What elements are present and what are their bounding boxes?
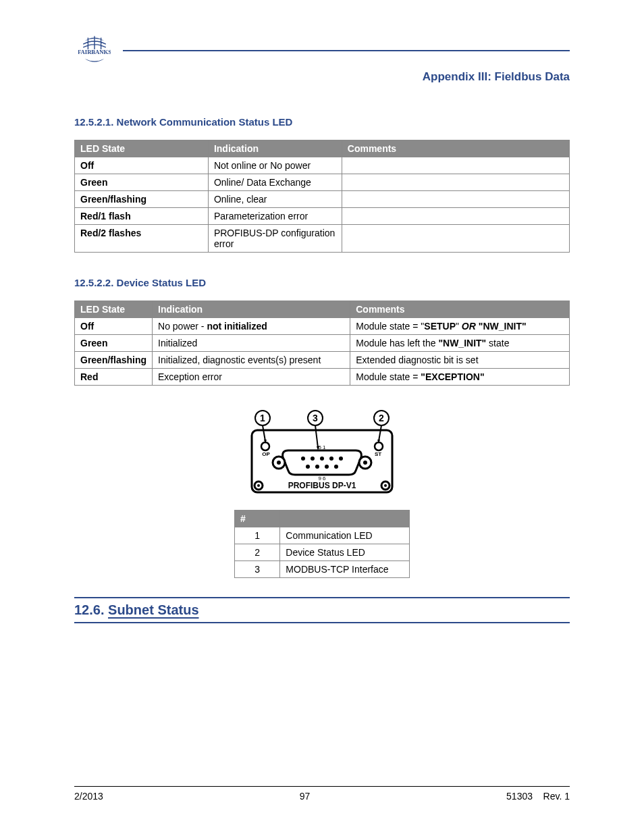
page-footer: 2/2013 97 51303 Rev. 1 — [74, 786, 570, 802]
cell-comm-or: OR — [462, 321, 476, 332]
cell-comm-pre: Module state = " — [356, 321, 424, 332]
cell-indication: PROFIBUS-DP configuration error — [208, 225, 342, 253]
section-heading-dev-led: 12.5.2.2. Device Status LED — [74, 277, 570, 288]
cell-comm-pre: Module has left the — [356, 338, 438, 348]
cell-comm-mid: " — [456, 321, 462, 332]
svg-point-20 — [325, 465, 329, 469]
cell-comments: Module has left the "NW_INIT" state — [350, 335, 570, 352]
cell-comments — [342, 225, 569, 253]
footer-rev: Rev. 1 — [543, 791, 570, 802]
fairbanks-logo: FAIRBANKS — [74, 34, 115, 68]
table-row: Red Exception error Module state = "EXCE… — [75, 369, 570, 386]
cell-desc: MODBUS-TCP Interface — [280, 561, 410, 578]
cell-num: 3 — [235, 561, 280, 578]
cell-num: 1 — [235, 527, 280, 544]
logo-icon: FAIRBANKS — [78, 34, 111, 67]
svg-point-13 — [301, 457, 305, 461]
diag-label-st: ST — [375, 451, 381, 457]
section-number: 12.6. — [74, 602, 108, 617]
cell-indication: No power - not initialized — [153, 318, 350, 335]
cell-comm-post: "NW_INIT" — [479, 321, 527, 332]
diag-callout-1: 1 — [260, 413, 265, 423]
svg-point-4 — [277, 461, 281, 465]
cell-comments: Module state = "SETUP" OR "NW_INIT" — [350, 318, 570, 335]
cell-comm-bold: "EXCEPTION" — [421, 371, 484, 382]
cell-comments — [342, 157, 569, 174]
table-row: Off No power - not initialized Module st… — [75, 318, 570, 335]
cell-desc: Communication LED — [280, 527, 410, 544]
svg-point-15 — [320, 457, 324, 461]
footer-page-number: 97 — [300, 791, 311, 802]
col-indication: Indication — [208, 140, 342, 157]
svg-text:FAIRBANKS: FAIRBANKS — [78, 49, 111, 55]
svg-point-16 — [329, 457, 333, 461]
profibus-connector-diagram: OP ST 5 1 9 6 PROFIBUS DP-V1 1 2 3 — [248, 410, 396, 498]
table-row: Green Initialized Module has left the "N… — [75, 335, 570, 352]
cell-comm-pre: Module state = — [356, 371, 421, 382]
diag-title: PROFIBUS DP-V1 — [288, 481, 356, 490]
cell-state: Red/1 flash — [75, 208, 209, 225]
cell-ind-pre: No power - — [158, 321, 204, 332]
section-divider — [74, 597, 570, 598]
cell-comments: Extended diagnostic bit is set — [350, 352, 570, 369]
col-indication: Indication — [153, 301, 350, 318]
table-header-row: LED State Indication Comments — [75, 301, 570, 318]
svg-point-21 — [334, 465, 338, 469]
svg-point-14 — [311, 457, 315, 461]
table-row: Off Not online or No power — [75, 157, 570, 174]
table-row: Red/2 flashes PROFIBUS-DP configuration … — [75, 225, 570, 253]
table-row: 3 MODBUS-TCP Interface — [235, 561, 410, 578]
col-desc — [280, 511, 410, 527]
section-heading-net-led: 12.5.2.1. Network Communication Status L… — [74, 116, 570, 128]
cell-comments: Module state = "EXCEPTION" — [350, 369, 570, 386]
cell-state: Green — [75, 174, 209, 191]
cell-indication: Online, clear — [208, 191, 342, 208]
table-net-led: LED State Indication Comments Off Not on… — [74, 140, 570, 253]
cell-indication: Initialized — [153, 335, 350, 352]
svg-point-6 — [363, 461, 367, 465]
svg-point-10 — [384, 484, 387, 487]
section-divider — [74, 622, 570, 623]
table-diagram-legend: # 1 Communication LED 2 Device Status LE… — [234, 510, 410, 578]
diag-top-dots: 5 1 — [318, 444, 326, 450]
cell-comments — [342, 174, 569, 191]
cell-desc: Device Status LED — [280, 544, 410, 561]
footer-date: 2/2013 — [74, 791, 103, 802]
svg-point-17 — [339, 457, 343, 461]
cell-state: Red — [75, 369, 153, 386]
cell-indication: Initialized, diagnostic events(s) presen… — [153, 352, 350, 369]
cell-comm-bold: SETUP — [424, 321, 456, 332]
table-header-row: LED State Indication Comments — [75, 140, 570, 157]
section-title-text: Subnet Status — [108, 602, 198, 617]
section-title-subnet: 12.6. Subnet Status — [74, 602, 570, 618]
table-row: 1 Communication LED — [235, 527, 410, 544]
cell-indication: Online/ Data Exchange — [208, 174, 342, 191]
diag-callout-2: 2 — [379, 413, 384, 423]
cell-comments — [342, 191, 569, 208]
cell-indication: Parameterization error — [208, 208, 342, 225]
cell-state: Green/flashing — [75, 352, 153, 369]
table-row: Green Online/ Data Exchange — [75, 174, 570, 191]
diag-callout-3: 3 — [313, 413, 318, 423]
footer-right: 51303 Rev. 1 — [506, 791, 570, 802]
cell-indication: Not online or No power — [208, 157, 342, 174]
cell-comments — [342, 208, 569, 225]
cell-state: Green — [75, 335, 153, 352]
svg-point-8 — [257, 484, 260, 487]
col-comments: Comments — [350, 301, 570, 318]
table-row: Green/flashing Online, clear — [75, 191, 570, 208]
cell-comm-mid: state — [486, 338, 509, 348]
col-led-state: LED State — [75, 140, 209, 157]
cell-state: Green/flashing — [75, 191, 209, 208]
header-rule — [123, 50, 570, 51]
footer-doc-code: 51303 — [506, 791, 533, 802]
cell-state: Off — [75, 318, 153, 335]
cell-num: 2 — [235, 544, 280, 561]
appendix-title: Appendix III: Fieldbus Data — [74, 70, 570, 84]
col-comments: Comments — [342, 140, 569, 157]
table-dev-led: LED State Indication Comments Off No pow… — [74, 301, 570, 386]
col-led-state: LED State — [75, 301, 153, 318]
col-hash: # — [235, 511, 280, 527]
diag-label-op: OP — [262, 451, 270, 457]
table-header-row: # — [235, 511, 410, 527]
